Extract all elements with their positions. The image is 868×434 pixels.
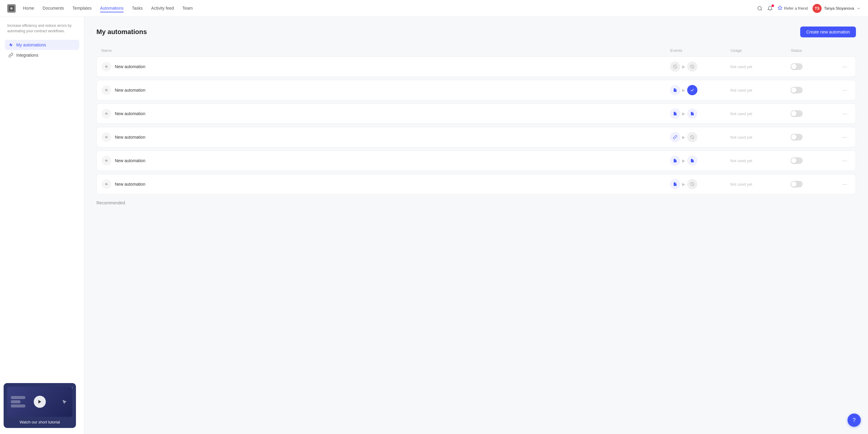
toggle-2[interactable] bbox=[790, 87, 803, 93]
event-left-icon-4 bbox=[670, 132, 680, 142]
row-usage-3: Not used yet bbox=[730, 112, 790, 116]
nav-tasks[interactable]: Tasks bbox=[132, 4, 143, 12]
table-row: New automation ▶ Not used yet ··· bbox=[96, 174, 856, 194]
link-icon bbox=[8, 53, 13, 58]
sidebar-item-my-automations[interactable]: My automations bbox=[5, 40, 79, 50]
search-button[interactable] bbox=[757, 6, 763, 11]
toggle-1[interactable] bbox=[790, 63, 803, 70]
refer-friend-button[interactable]: Refer a friend bbox=[778, 5, 808, 11]
nav-activity[interactable]: Activity feed bbox=[151, 4, 174, 12]
row-events-5: ▶ bbox=[670, 156, 730, 166]
toggle-knob-1 bbox=[791, 64, 797, 69]
create-automation-button[interactable]: Create new automation bbox=[800, 27, 856, 37]
nav-templates[interactable]: Templates bbox=[72, 4, 92, 12]
thumb-pill-2 bbox=[11, 400, 21, 403]
app-logo bbox=[7, 4, 16, 13]
svg-line-9 bbox=[674, 65, 676, 68]
nav-documents[interactable]: Documents bbox=[42, 4, 64, 12]
table-row: New automation ▶ Not used yet ··· bbox=[96, 80, 856, 100]
more-menu-button-5[interactable]: ··· bbox=[839, 158, 851, 164]
user-avatar: TS bbox=[812, 4, 822, 13]
event-left-icon-5 bbox=[670, 156, 680, 166]
more-menu-button-1[interactable]: ··· bbox=[839, 64, 851, 70]
event-right-icon-5 bbox=[687, 156, 698, 166]
play-button[interactable] bbox=[34, 396, 46, 408]
row-status-6 bbox=[790, 181, 839, 187]
row-usage-6: Not used yet bbox=[730, 182, 790, 187]
event-arrow-4: ▶ bbox=[682, 135, 685, 140]
row-name-3: New automation bbox=[101, 109, 670, 119]
table-row: New automation ▶ Not used yet ··· bbox=[96, 127, 856, 147]
automation-bolt-icon-6 bbox=[101, 179, 111, 189]
toggle-4[interactable] bbox=[790, 134, 803, 141]
svg-line-3 bbox=[761, 9, 762, 10]
row-status-5 bbox=[790, 157, 839, 164]
help-button[interactable]: ? bbox=[847, 413, 861, 427]
automation-bolt-icon-4 bbox=[101, 132, 111, 142]
play-icon bbox=[37, 399, 42, 404]
thumb-pill-3 bbox=[11, 404, 25, 407]
main-content: My automations Create new automation Nam… bbox=[84, 17, 868, 434]
toggle-6[interactable] bbox=[790, 181, 803, 187]
row-usage-1: Not used yet bbox=[730, 64, 790, 69]
more-menu-button-2[interactable]: ··· bbox=[839, 87, 851, 93]
event-left-icon-1 bbox=[670, 61, 680, 72]
automation-bolt-icon-2 bbox=[101, 85, 111, 95]
user-menu-button[interactable]: TS Tanya Stoyanova bbox=[812, 4, 861, 13]
svg-marker-12 bbox=[105, 88, 108, 92]
toggle-knob-6 bbox=[791, 181, 797, 187]
sidebar-label-integrations: Integrations bbox=[16, 53, 38, 58]
event-right-icon-6 bbox=[687, 179, 698, 189]
col-name: Name bbox=[101, 48, 670, 53]
tutorial-widget: × Watch our short tutor bbox=[4, 383, 76, 428]
toggle-knob-3 bbox=[791, 111, 797, 116]
svg-point-2 bbox=[758, 6, 761, 10]
event-right-icon-2 bbox=[687, 85, 698, 95]
row-events-6: ▶ bbox=[670, 179, 730, 189]
refer-label: Refer a friend bbox=[784, 6, 808, 10]
event-left-icon-2 bbox=[670, 85, 680, 95]
table-row: New automation ▶ Not used yet ··· bbox=[96, 56, 856, 77]
row-events-3: ▶ bbox=[670, 108, 730, 119]
row-usage-5: Not used yet bbox=[730, 158, 790, 163]
event-right-icon-3 bbox=[687, 108, 698, 119]
table-header: Name Events Usage Status bbox=[96, 46, 856, 55]
sidebar-item-integrations[interactable]: Integrations bbox=[5, 50, 79, 60]
nav-right: Refer a friend TS Tanya Stoyanova bbox=[757, 4, 861, 13]
col-status: Status bbox=[791, 48, 839, 53]
tutorial-thumbnail[interactable] bbox=[7, 387, 72, 417]
notification-badge bbox=[772, 4, 774, 7]
page-title: My automations bbox=[96, 28, 147, 36]
thumb-pill-1 bbox=[11, 396, 25, 399]
row-status-2 bbox=[790, 87, 839, 93]
row-name-2: New automation bbox=[101, 85, 670, 95]
row-name-5: New automation bbox=[101, 156, 670, 165]
toggle-knob-5 bbox=[791, 158, 797, 163]
notifications-wrapper bbox=[767, 6, 773, 11]
table-row: New automation ▶ Not used yet ··· bbox=[96, 150, 856, 171]
page-header: My automations Create new automation bbox=[96, 27, 856, 37]
more-menu-button-4[interactable]: ··· bbox=[839, 134, 851, 141]
event-arrow-3: ▶ bbox=[682, 111, 685, 116]
sidebar-description: Increase efficiency and reduce errors by… bbox=[5, 23, 79, 34]
row-name-4: New automation bbox=[101, 132, 670, 142]
toggle-5[interactable] bbox=[790, 157, 803, 164]
row-status-4 bbox=[790, 134, 839, 141]
nav-automations[interactable]: Automations bbox=[100, 4, 124, 12]
user-chevron-icon bbox=[857, 6, 861, 10]
more-menu-button-3[interactable]: ··· bbox=[839, 111, 851, 117]
row-status-1 bbox=[790, 63, 839, 70]
more-menu-button-6[interactable]: ··· bbox=[839, 181, 851, 187]
nav-team[interactable]: Team bbox=[182, 4, 193, 12]
col-more bbox=[839, 48, 851, 53]
main-layout: Increase efficiency and reduce errors by… bbox=[0, 17, 868, 434]
svg-marker-7 bbox=[105, 65, 108, 68]
user-name: Tanya Stoyanova bbox=[824, 6, 854, 10]
sidebar-label-my-automations: My automations bbox=[16, 42, 46, 47]
event-right-icon-4 bbox=[687, 132, 698, 142]
refer-icon bbox=[778, 5, 782, 11]
event-arrow-5: ▶ bbox=[682, 158, 685, 163]
nav-links: Home Documents Templates Automations Tas… bbox=[23, 4, 757, 12]
toggle-3[interactable] bbox=[790, 110, 803, 117]
nav-home[interactable]: Home bbox=[23, 4, 34, 12]
